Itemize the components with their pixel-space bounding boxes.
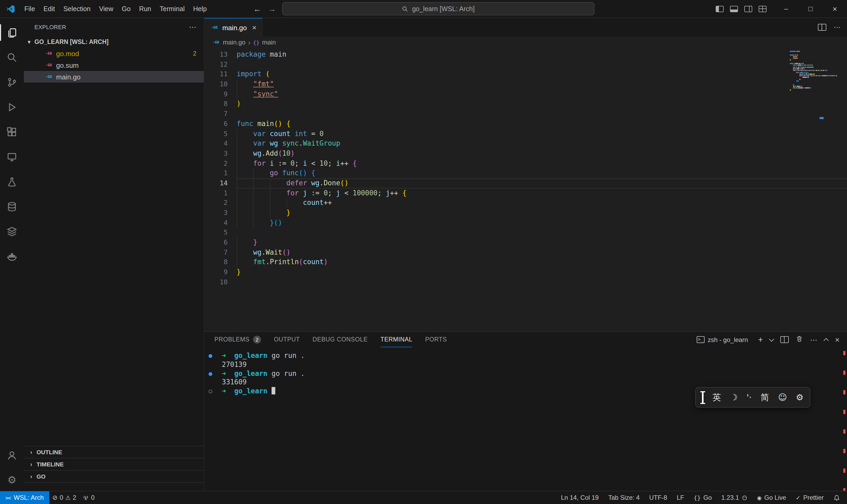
forward-icon[interactable]: → bbox=[267, 4, 277, 13]
problems-status[interactable]: ⊘ 0 ⚠ 2 bbox=[49, 491, 79, 504]
code-line[interactable]: 10"fmt" bbox=[204, 79, 847, 89]
code-line[interactable]: 1for j := 0; j < 100000; j++ { bbox=[204, 188, 847, 198]
code-line[interactable]: 14defer wg.Done() bbox=[204, 178, 847, 188]
extensions-icon[interactable] bbox=[0, 120, 24, 145]
explorer-icon[interactable] bbox=[0, 20, 24, 45]
panel-more-actions-icon[interactable]: ⋯ bbox=[810, 336, 817, 343]
ime-simplified-icon[interactable]: 简 bbox=[761, 393, 769, 401]
code-line[interactable]: 3} bbox=[204, 208, 847, 218]
run-debug-icon[interactable] bbox=[0, 95, 24, 120]
panel-tab-output[interactable]: OUTPUT bbox=[274, 332, 300, 347]
minimap[interactable] bbox=[790, 51, 839, 93]
code-line[interactable]: 1go func() { bbox=[204, 168, 847, 178]
code-line[interactable]: 4}() bbox=[204, 218, 847, 228]
code-line[interactable]: 3wg.Add(10) bbox=[204, 149, 847, 159]
terminal-dropdown-icon[interactable] bbox=[769, 336, 774, 341]
code-line[interactable]: 11import ( bbox=[204, 70, 847, 79]
file-row-main.go[interactable]: -GOmain.go bbox=[24, 71, 204, 83]
ime-punctuation-icon[interactable]: '· bbox=[747, 393, 752, 401]
terminal-instance[interactable]: >_ zsh - go_learn bbox=[697, 336, 748, 343]
panel-tab-debug-console[interactable]: DEBUG CONSOLE bbox=[312, 332, 368, 347]
sidebar-section-go[interactable]: ›GO bbox=[24, 470, 204, 482]
code-line[interactable]: 12 bbox=[204, 59, 847, 69]
code-line[interactable]: 9} bbox=[204, 267, 847, 277]
code-line[interactable]: 2count++ bbox=[204, 198, 847, 208]
tab-main-go[interactable]: -GO main.go × bbox=[204, 18, 263, 37]
code-line[interactable]: 8) bbox=[204, 99, 847, 109]
database-icon[interactable] bbox=[0, 194, 24, 219]
code-editor[interactable]: 13package main1211import (10"fmt"9"sync"… bbox=[204, 48, 847, 331]
code-line[interactable]: 7 bbox=[204, 109, 847, 119]
source-control-icon[interactable] bbox=[0, 70, 24, 95]
layers-icon[interactable] bbox=[0, 219, 24, 244]
code-line[interactable]: 7wg.Wait() bbox=[204, 248, 847, 257]
go-version[interactable]: 1.23.1 bbox=[719, 494, 750, 501]
command-decoration-icon[interactable] bbox=[209, 354, 212, 358]
close-panel-icon[interactable]: × bbox=[835, 336, 840, 344]
toggle-sidebar-icon[interactable] bbox=[713, 0, 727, 17]
panel-tab-terminal[interactable]: TERMINAL bbox=[380, 332, 412, 347]
sidebar-section-outline[interactable]: ›OUTLINE bbox=[24, 446, 204, 458]
accounts-icon[interactable] bbox=[0, 443, 24, 468]
customize-layout-icon[interactable] bbox=[755, 0, 770, 17]
docker-icon[interactable] bbox=[0, 244, 24, 269]
maximize-panel-icon[interactable] bbox=[824, 338, 829, 343]
problems-count-badge: 2 bbox=[253, 336, 261, 343]
ime-settings-icon[interactable]: ⚙ bbox=[796, 393, 804, 401]
split-terminal-icon[interactable] bbox=[780, 336, 789, 343]
minimize-button[interactable]: – bbox=[774, 0, 798, 17]
explorer-more-actions-icon[interactable]: ⋯ bbox=[189, 23, 196, 31]
code-line[interactable]: 5 bbox=[204, 228, 847, 238]
command-decoration-icon[interactable] bbox=[209, 372, 212, 376]
testing-icon[interactable] bbox=[0, 169, 24, 194]
language-mode[interactable]: {} Go bbox=[691, 494, 715, 501]
sidebar-section-timeline[interactable]: ›TIMELINE bbox=[24, 458, 204, 470]
code-line[interactable]: 2for i := 0; i < 10; i++ { bbox=[204, 159, 847, 168]
workspace-root-folder[interactable]: ▾ GO_LEARN [WSL: ARCH] bbox=[24, 36, 204, 48]
remote-explorer-icon[interactable] bbox=[0, 145, 24, 169]
settings-gear-icon[interactable]: ⚙ bbox=[0, 468, 24, 491]
panel-tab-ports[interactable]: PORTS bbox=[425, 332, 447, 347]
new-terminal-icon[interactable]: + bbox=[758, 336, 763, 344]
kill-terminal-icon[interactable] bbox=[796, 335, 803, 344]
panel-tab-problems[interactable]: PROBLEMS2 bbox=[214, 332, 261, 347]
maximize-button[interactable]: □ bbox=[798, 0, 823, 17]
code-line[interactable]: 8fmt.Println(count) bbox=[204, 257, 847, 267]
search-sidebar-icon[interactable] bbox=[0, 45, 24, 70]
ime-emoji-icon[interactable]: ☺ bbox=[778, 393, 787, 401]
code-line[interactable]: 4var wg sync.WaitGroup bbox=[204, 139, 847, 148]
encoding[interactable]: UTF-8 bbox=[647, 494, 670, 501]
ime-lang-icon[interactable]: 英 bbox=[713, 393, 721, 401]
back-icon[interactable]: ← bbox=[253, 4, 262, 13]
cursor-position[interactable]: Ln 14, Col 19 bbox=[558, 494, 601, 501]
ime-fullwidth-icon[interactable]: ☽ bbox=[730, 393, 738, 401]
code-line[interactable]: 6func main() { bbox=[204, 119, 847, 129]
toggle-secondary-sidebar-icon[interactable] bbox=[741, 0, 755, 17]
command-center-search[interactable]: go_learn [WSL: Arch] bbox=[282, 2, 594, 15]
go-live[interactable]: ◉ Go Live bbox=[754, 494, 789, 501]
ports-status[interactable]: 0 bbox=[79, 491, 98, 504]
breadcrumb-symbol[interactable]: main bbox=[262, 39, 276, 46]
code-line[interactable]: 9"sync" bbox=[204, 89, 847, 99]
file-row-go.mod[interactable]: -GOgo.mod2 bbox=[24, 48, 204, 59]
code-line[interactable]: 10 bbox=[204, 277, 847, 287]
indentation[interactable]: Tab Size: 4 bbox=[606, 494, 643, 501]
code-line[interactable]: 5var count int = 0 bbox=[204, 129, 847, 139]
tab-close-icon[interactable]: × bbox=[252, 23, 256, 32]
line-number: 9 bbox=[204, 267, 237, 277]
breadcrumb-file[interactable]: main.go bbox=[223, 39, 245, 46]
code-line[interactable]: 6} bbox=[204, 238, 847, 248]
split-editor-icon[interactable] bbox=[818, 24, 826, 31]
file-row-go.sum[interactable]: -GOgo.sum bbox=[24, 59, 204, 71]
formatter-status[interactable]: ✓ Prettier bbox=[793, 494, 826, 501]
code-line[interactable]: 13package main bbox=[204, 50, 847, 59]
close-window-button[interactable]: × bbox=[823, 0, 847, 17]
terminal-area[interactable]: ➜ go_learn go run .270139➜ go_learn go r… bbox=[204, 347, 847, 491]
eol-sequence[interactable]: LF bbox=[674, 494, 687, 501]
command-pending-decoration-icon[interactable] bbox=[209, 390, 212, 393]
check-icon: ✓ bbox=[796, 494, 800, 501]
notifications-bell[interactable] bbox=[831, 494, 843, 501]
editor-more-actions-icon[interactable]: ⋯ bbox=[834, 23, 841, 31]
toggle-panel-icon[interactable] bbox=[727, 0, 741, 17]
remote-indicator[interactable]: >< WSL: Arch bbox=[0, 491, 49, 504]
